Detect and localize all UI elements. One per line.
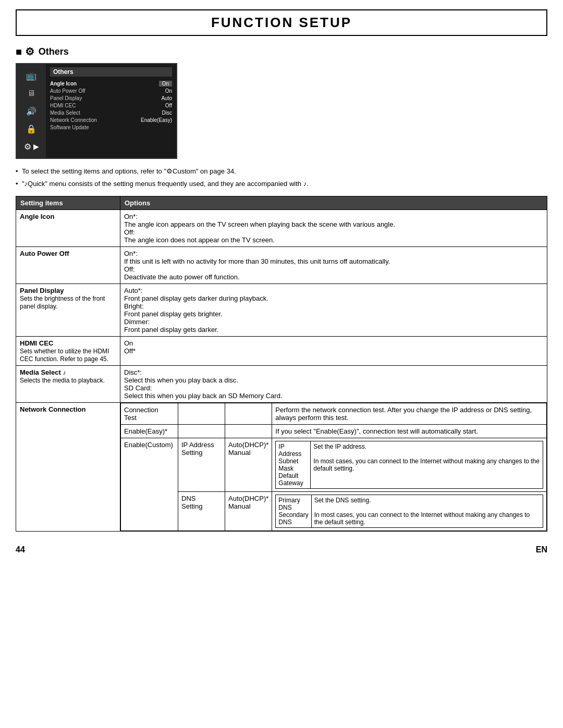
- quick-icon: ♪: [63, 369, 66, 376]
- setting-media-select: Media Select ♪ Selects the media to play…: [16, 366, 120, 403]
- mockup-icon-2: 🖥: [23, 86, 40, 101]
- net-sub-blank1: [178, 403, 225, 425]
- page-footer: 44 EN: [0, 542, 563, 558]
- bullet-1: To select the setting items and options,…: [16, 166, 547, 177]
- setting-angle-icon: Angle Icon: [16, 210, 120, 247]
- section-title: Others: [39, 46, 69, 57]
- net-sub-ip-setting: IP AddressSetting: [178, 438, 225, 492]
- mockup-icon-4: 🔒: [23, 121, 40, 136]
- net-easy-blank2: [225, 425, 272, 438]
- network-row-connection-test: ConnectionTest Perform the network conne…: [121, 403, 547, 425]
- col-header-setting: Setting items: [16, 196, 120, 210]
- ip-subtable: IP AddressSubnetMaskDefaultGateway Set t…: [275, 441, 543, 489]
- option-media-select: Disc*: Select this when you play back a …: [120, 366, 547, 403]
- screen-mockup: 📺 🖥 🔊 🔒 ⚙ ▶ Others Angle Icon On Auto Po…: [16, 63, 177, 159]
- dns-row-1: PrimaryDNSSecondaryDNS Set the DNS setti…: [276, 495, 543, 528]
- row-panel-display: Panel Display Sets the brightness of the…: [16, 284, 547, 337]
- net-sub-dns-setting: DNSSetting: [178, 492, 225, 531]
- option-angle-icon: On*: The angle icon appears on the TV sc…: [120, 210, 547, 247]
- net-easy-blank1: [178, 425, 225, 438]
- setting-auto-power-off: Auto Power Off: [16, 247, 120, 284]
- net-sub-ip-list: IP AddressSubnetMaskDefaultGateway Set t…: [272, 438, 547, 492]
- main-table: Setting items Options Angle Icon On*: Th…: [16, 196, 547, 532]
- row-media-select: Media Select ♪ Selects the media to play…: [16, 366, 547, 403]
- mockup-row-network: Network Connection Enable(Easy): [50, 117, 172, 123]
- net-sub-ip-options: Auto(DHCP)*Manual: [225, 438, 272, 492]
- dns-subtable: PrimaryDNSSecondaryDNS Set the DNS setti…: [275, 495, 543, 528]
- row-network-connection: Network Connection ConnectionTest: [16, 403, 547, 532]
- option-hdmi-cec: On Off*: [120, 337, 547, 366]
- mockup-sidebar: 📺 🖥 🔊 🔒 ⚙ ▶: [17, 64, 46, 158]
- mockup-row-software: Software Update: [50, 125, 172, 130]
- dns-desc: Set the DNS setting.In most cases, you c…: [311, 495, 543, 528]
- mockup-icon-5: ⚙ ▶: [23, 139, 40, 154]
- dns-label: PrimaryDNSSecondaryDNS: [276, 495, 311, 528]
- row-auto-power-off: Auto Power Off On*: If this unit is left…: [16, 247, 547, 284]
- setting-hdmi-cec: HDMI CEC Sets whether to utilize the HDM…: [16, 337, 120, 366]
- setting-network-connection: Network Connection: [16, 403, 120, 532]
- option-auto-power-off: On*: If this unit is left with no activi…: [120, 247, 547, 284]
- page-title-bar: FUNCTION SETUP: [16, 9, 547, 36]
- net-opt-enable-easy: Enable(Easy)*: [121, 425, 178, 438]
- ip-addr-label: IP AddressSubnetMaskDefaultGateway: [276, 441, 311, 489]
- network-row-custom-ip: Enable(Custom) IP AddressSetting Auto(DH…: [121, 438, 547, 492]
- mockup-row-auto-power: Auto Power Off On: [50, 88, 172, 94]
- page-number-left: 44: [16, 545, 25, 554]
- mockup-row-media: Media Select Disc: [50, 110, 172, 116]
- mockup-row-panel: Panel Display Auto: [50, 95, 172, 101]
- mockup-icon-1: 📺: [23, 68, 40, 83]
- net-sub-dns-list: PrimaryDNSSecondaryDNS Set the DNS setti…: [272, 492, 547, 531]
- col-header-options: Options: [120, 196, 547, 210]
- row-angle-icon: Angle Icon On*: The angle icon appears o…: [16, 210, 547, 247]
- mockup-row-hdmi: HDMI CEC Off: [50, 103, 172, 108]
- mockup-menu-title: Others: [50, 67, 172, 77]
- mockup-content: Others Angle Icon On Auto Power Off On P…: [46, 64, 176, 158]
- network-row-enable-easy: Enable(Easy)* If you select "Enable(Easy…: [121, 425, 547, 438]
- network-subtable: ConnectionTest Perform the network conne…: [120, 403, 547, 531]
- bullet-2: "♪Quick" menu consists of the setting me…: [16, 179, 547, 189]
- mockup-row-angle-icon: Angle Icon On: [50, 81, 172, 87]
- bullet-notes: To select the setting items and options,…: [16, 166, 547, 189]
- mockup-arrow: ▶: [33, 142, 39, 151]
- mockup-icon-3: 🔊: [23, 104, 40, 118]
- net-opt-enable-custom: Enable(Custom): [121, 438, 178, 531]
- net-sub-blank2: [225, 403, 272, 425]
- network-row-custom-dns: DNSSetting Auto(DHCP)*Manual PrimaryDNSS…: [121, 492, 547, 531]
- option-network-connection: ConnectionTest Perform the network conne…: [120, 403, 547, 532]
- ip-row-1: IP AddressSubnetMaskDefaultGateway Set t…: [276, 441, 543, 489]
- section-header: ■ ⚙ Others: [16, 45, 547, 58]
- row-hdmi-cec: HDMI CEC Sets whether to utilize the HDM…: [16, 337, 547, 366]
- option-panel-display: Auto*: Front panel display gets darker d…: [120, 284, 547, 337]
- page-title: FUNCTION SETUP: [17, 15, 546, 31]
- section-icon: ■ ⚙: [16, 45, 34, 58]
- net-desc-conn-test: Perform the network connection test. Aft…: [272, 403, 547, 425]
- net-desc-enable-easy: If you select "Enable(Easy)", connection…: [272, 425, 547, 438]
- page-number-right: EN: [536, 545, 547, 554]
- setting-panel-display: Panel Display Sets the brightness of the…: [16, 284, 120, 337]
- net-opt-conn-test: ConnectionTest: [121, 403, 178, 425]
- net-sub-dns-options: Auto(DHCP)*Manual: [225, 492, 272, 531]
- ip-addr-desc: Set the IP address.In most cases, you ca…: [311, 441, 543, 489]
